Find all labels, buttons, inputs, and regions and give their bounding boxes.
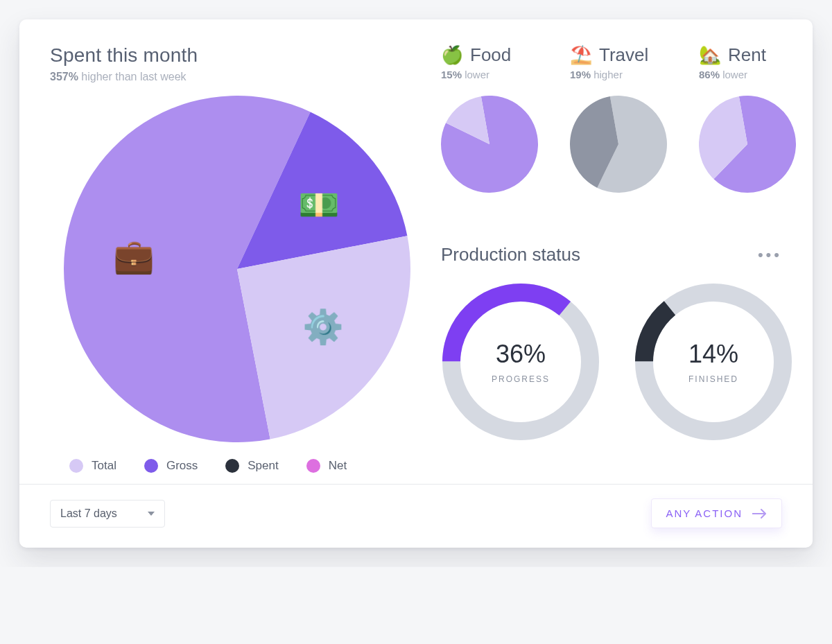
range-select[interactable]: Last 7 days <box>50 500 165 528</box>
briefcase-icon: 💼 <box>113 240 155 273</box>
spent-title: Spent this month <box>50 44 424 67</box>
dashboard-card: Spent this month 357% higher than last w… <box>19 19 813 548</box>
more-icon[interactable]: ••• <box>758 246 782 264</box>
ring-finished: 14% FINISHED <box>634 282 793 442</box>
legend: TotalGrossSpentNet <box>69 459 782 473</box>
legend-item-total: Total <box>69 459 116 473</box>
category-food: 🍏 Food 15% lower <box>441 44 545 195</box>
arrow-right-icon <box>752 508 768 519</box>
any-action-label: ANY ACTION <box>666 507 743 519</box>
legend-label: Net <box>329 459 347 473</box>
range-select-label: Last 7 days <box>60 507 117 520</box>
ring-label: PROGRESS <box>492 374 550 384</box>
legend-label: Total <box>92 459 116 473</box>
legend-label: Spent <box>248 459 278 473</box>
category-row: 🍏 Food 15% lower ⛱️ Travel 19% higher 🏡 … <box>441 44 782 195</box>
category-pie <box>570 96 674 195</box>
category-delta: 15% lower <box>441 69 545 80</box>
category-travel: ⛱️ Travel 19% higher <box>570 44 674 195</box>
category-title: 🍏 Food <box>441 44 545 66</box>
legend-swatch <box>69 459 83 473</box>
category-pie <box>441 96 545 195</box>
chevron-down-icon <box>148 512 155 516</box>
production-title: Production status <box>441 244 580 266</box>
spent-delta-text: higher than last week <box>78 71 187 82</box>
gear-icon: ⚙️ <box>302 311 344 344</box>
legend-item-gross: Gross <box>144 459 198 473</box>
category-title: 🏡 Rent <box>699 44 803 66</box>
ring-percent: 14% <box>688 340 738 369</box>
travel-icon: ⛱️ <box>570 44 592 66</box>
any-action-button[interactable]: ANY ACTION <box>651 498 782 528</box>
spent-delta-pct: 357% <box>50 71 78 82</box>
production-panel: Production status ••• 36% PROGRESS 14% F… <box>441 244 782 442</box>
legend-item-spent: Spent <box>225 459 278 473</box>
category-name: Travel <box>599 44 648 66</box>
category-delta: 19% higher <box>570 69 674 80</box>
legend-swatch <box>225 459 239 473</box>
cash-icon: 💵 <box>298 189 340 222</box>
production-rings: 36% PROGRESS 14% FINISHED <box>441 282 782 442</box>
category-rent: 🏡 Rent 86% lower <box>699 44 803 195</box>
food-icon: 🍏 <box>441 44 463 66</box>
category-delta: 86% lower <box>699 69 803 80</box>
ring-percent: 36% <box>496 340 546 369</box>
legend-swatch <box>306 459 320 473</box>
rent-icon: 🏡 <box>699 44 721 66</box>
category-name: Rent <box>728 44 766 66</box>
spent-subtitle: 357% higher than last week <box>50 71 424 83</box>
spent-pie-chart: 💼💵⚙️ <box>64 96 410 442</box>
category-pie <box>699 96 803 195</box>
spent-panel: Spent this month 357% higher than last w… <box>50 44 424 442</box>
category-title: ⛱️ Travel <box>570 44 674 66</box>
legend-swatch <box>144 459 158 473</box>
category-name: Food <box>470 44 511 66</box>
ring-progress: 36% PROGRESS <box>441 282 600 442</box>
ring-label: FINISHED <box>688 374 738 384</box>
card-footer: Last 7 days ANY ACTION <box>19 484 813 548</box>
legend-label: Gross <box>166 459 198 473</box>
legend-item-net: Net <box>306 459 347 473</box>
